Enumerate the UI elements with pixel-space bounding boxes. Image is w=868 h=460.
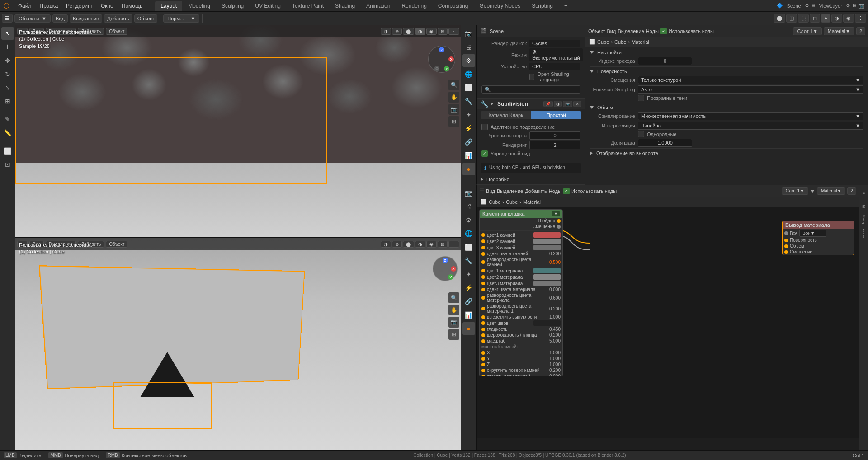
tab-add[interactable]: + [559, 1, 573, 11]
mat-obj-btn[interactable]: Объект [588, 28, 605, 34]
ne-select[interactable]: Выделение [497, 188, 523, 194]
mat-select-btn[interactable]: Выделение [618, 28, 644, 34]
mat-nodes-btn[interactable]: Ноды [646, 28, 659, 34]
vp-bottom-opts[interactable]: ⋮ [448, 241, 459, 248]
prop-data-icon[interactable]: 📊 [462, 149, 475, 162]
ne-material-dropdown[interactable]: Material▼ [817, 187, 845, 195]
vp-shading3[interactable]: ◉ [426, 28, 437, 35]
object-mode-toggle[interactable]: ☰ [2, 14, 13, 23]
node-prop-icon10[interactable]: 📊 [462, 309, 475, 321]
color2-swatch[interactable] [533, 239, 561, 244]
vp-options2[interactable]: ⋮ [448, 28, 459, 35]
device-value[interactable]: CPU [529, 63, 580, 70]
ne-add[interactable]: Добавить [525, 188, 547, 194]
ne-use-nodes[interactable]: ✓ [563, 188, 570, 194]
mc2-swatch[interactable] [533, 274, 561, 280]
menu-file[interactable]: Файл [14, 2, 35, 10]
value-scale[interactable]: 5.000 [549, 338, 561, 343]
use-nodes-checkbox[interactable]: ✓ [660, 28, 667, 34]
viewport-shading-render[interactable]: ◉ [843, 14, 854, 23]
ne-menu[interactable]: ☰ [480, 188, 484, 194]
mc3-swatch[interactable] [533, 281, 561, 286]
breadcrumb-cube1[interactable]: Cube [597, 39, 609, 45]
gizmo-z-bottom[interactable]: Z [443, 258, 448, 263]
value-variety[interactable]: 0.500 [549, 260, 561, 265]
node-prop-icon7[interactable]: ✦ [462, 268, 475, 281]
search-input[interactable] [481, 85, 580, 94]
tool-cursor[interactable]: ✛ [1, 41, 14, 53]
tab-sculpting[interactable]: Sculpting [216, 1, 249, 11]
menu-help[interactable]: Помощь [118, 2, 146, 10]
viewport-mode-btn4[interactable]: ◻ [810, 14, 820, 23]
vp-bottom-sh2[interactable]: ◑ [415, 241, 425, 248]
displacement-dropdown[interactable]: Только текстурой▼ [638, 76, 863, 84]
node-prop-material[interactable]: ● [462, 322, 475, 335]
viewport-mode-btn3[interactable]: ⬚ [798, 14, 809, 23]
vp-obj-btn[interactable]: Объект [106, 28, 127, 35]
stone-node-expand[interactable]: ▼ [552, 211, 560, 216]
value-shift[interactable]: 0.200 [549, 251, 561, 256]
node-prop-icon5[interactable]: ⬜ [462, 241, 475, 253]
node-cube1[interactable]: Cube [489, 199, 500, 205]
node-prop-icon9[interactable]: 🔗 [462, 295, 475, 308]
gizmo-z-top[interactable]: Z [439, 47, 444, 52]
node-prop-icon6[interactable]: 🔧 [462, 254, 475, 267]
filter-dropdown[interactable]: Все ▼ [799, 230, 852, 237]
vp-bottom-sh4[interactable]: ⊞ [438, 241, 448, 248]
vp-bottom-camera[interactable]: 📷 [448, 317, 459, 328]
top-viewport[interactable]: ☰ Вид Выделение Добавить Объект ◑ ⊕ ⬤ ◑ … [15, 25, 461, 238]
ne-view[interactable]: Вид [486, 188, 495, 194]
vp-bottom-hand[interactable]: ✋ [448, 305, 459, 315]
tool-transform[interactable]: ⊞ [1, 95, 14, 108]
vp-bottom-zoom[interactable]: 🔍 [448, 292, 459, 303]
gizmo-y-bottom[interactable]: Y [448, 274, 453, 280]
node-canvas[interactable]: Каменная кладка ▼ Шейдер Смещение [477, 207, 859, 438]
viewport-shading-mat[interactable]: ◑ [831, 14, 842, 23]
vp-shading2[interactable]: ◑ [415, 28, 425, 35]
view-layer-label[interactable]: ViewLayer [819, 3, 842, 9]
vp-gizmo-btn[interactable]: ⊕ [392, 28, 402, 35]
tab-shading[interactable]: Shading [330, 1, 360, 11]
value-y[interactable]: 1.000 [549, 356, 561, 361]
ne-index-btn[interactable]: 2 [847, 187, 856, 195]
vp-overlay-btn[interactable]: ◑ [381, 28, 391, 35]
subdiv-view-btn[interactable]: ◑ [554, 101, 562, 107]
tab-geometry-nodes[interactable]: Geometry Nodes [474, 1, 526, 11]
node-prop-icon2[interactable]: 🖨 [462, 200, 475, 213]
tool-select[interactable]: ↖ [1, 27, 14, 40]
ne-dropdown2[interactable]: ▼ [810, 188, 815, 194]
details-section[interactable]: Подробно [477, 175, 585, 184]
uniform-checkbox[interactable] [638, 131, 644, 137]
node-prop-icon3[interactable]: ⚙ [462, 214, 475, 226]
view-btn[interactable]: Вид [52, 14, 68, 23]
vp-bottom-sh1[interactable]: ⬤ [403, 241, 414, 248]
object-btn[interactable]: Объект [134, 14, 157, 23]
viewport-shading-solid[interactable]: ● [821, 14, 830, 23]
menu-window[interactable]: Окно [97, 2, 117, 10]
value-sm[interactable]: 0.450 [549, 327, 561, 332]
subdiv-catmull-tab[interactable]: Кэтмелл-Кларк [481, 111, 531, 119]
subdiv-pin-btn[interactable]: 📌 [543, 101, 553, 107]
prop-physics-icon[interactable]: ⚡ [462, 122, 475, 135]
render-value[interactable]: 2 [529, 141, 580, 149]
gizmo-center-top[interactable]: ⊙ [434, 66, 439, 71]
pass-index-value[interactable]: 0 [638, 57, 692, 65]
strip-icon2[interactable]: ⊞ [858, 200, 868, 213]
tab-rendering[interactable]: Rendering [396, 1, 432, 11]
render-engine-value[interactable]: Cycles [529, 40, 580, 47]
vp-shading1[interactable]: ⬤ [403, 28, 414, 35]
mat-view-btn[interactable]: Вид [607, 28, 616, 34]
tool-measure[interactable]: 📏 [1, 127, 14, 139]
sc-swatch[interactable] [533, 320, 561, 326]
filter-select[interactable]: Все ▼ [799, 230, 826, 237]
tab-texture-paint[interactable]: Texture Paint [287, 1, 329, 11]
vp-bottom-gizmo[interactable]: ⊕ [392, 241, 402, 248]
gizmo-y-top[interactable]: Y [444, 66, 449, 71]
prop-constraints-icon[interactable]: 🔗 [462, 136, 475, 148]
value-ch[interactable]: 0.000 [549, 374, 561, 376]
breadcrumb-cube2[interactable]: Cube [614, 39, 626, 45]
vp-bottom-grid[interactable]: ⊞ [448, 329, 459, 340]
tool-scale[interactable]: ⤡ [1, 81, 14, 94]
vp-bottom-obj[interactable]: Объект [106, 241, 127, 248]
strip-instruments[interactable]: Инстр [858, 214, 868, 226]
